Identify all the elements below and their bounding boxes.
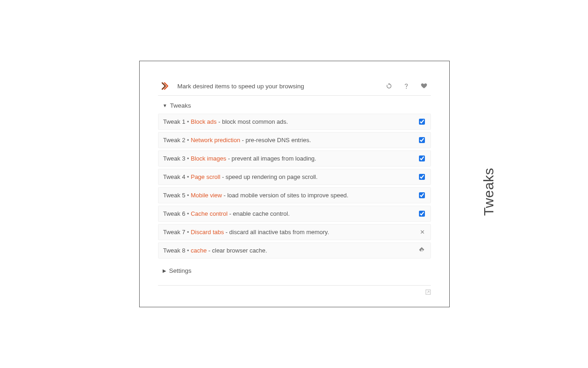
refresh-icon[interactable]: [386, 83, 392, 89]
tweak-row: Tweak 2 • Network prediction - pre-resol…: [158, 132, 431, 148]
tweak-prefix: Tweak 2: [163, 137, 185, 144]
help-icon[interactable]: [403, 83, 410, 89]
tweak-prefix: Tweak 5: [163, 192, 185, 199]
close-icon[interactable]: ✕: [420, 229, 425, 235]
disclosure-down-icon: ▼: [163, 103, 167, 108]
tweak-name: Network prediction: [191, 137, 240, 144]
tweak-desc: prevent all images from loading.: [232, 155, 316, 162]
tweak-desc: pre-resolve DNS entries.: [245, 137, 311, 144]
footer-row: [158, 285, 431, 296]
tweak-row: Tweak 3 • Block images - prevent all ima…: [158, 150, 431, 167]
tweak-checkbox[interactable]: [419, 192, 425, 198]
tweaks-list: Tweak 1 • Block ads - block most common …: [158, 114, 431, 259]
svg-point-0: [406, 88, 407, 89]
tweak-row: Tweak 5 • Mobile view - load mobile vers…: [158, 187, 431, 203]
tweak-desc: clear browser cache.: [212, 247, 267, 254]
tweak-prefix: Tweak 4: [163, 173, 185, 180]
eraser-icon[interactable]: [419, 247, 425, 254]
tweaks-section-header[interactable]: ▼ Tweaks: [158, 96, 431, 114]
tweak-checkbox[interactable]: [419, 137, 425, 143]
tweak-name: Discard tabs: [191, 229, 224, 236]
tweak-desc: discard all inactive tabs from memory.: [229, 229, 329, 236]
tweak-desc: block most common ads.: [222, 118, 288, 125]
tweak-row: Tweak 4 • Page scroll - speed up renderi…: [158, 169, 431, 185]
expand-window-icon[interactable]: [425, 289, 431, 296]
tweak-desc: speed up rendering on page scroll.: [226, 173, 317, 180]
app-logo-icon: [162, 82, 171, 90]
tweak-row: Tweak 7 • Discard tabs - discard all ina…: [158, 224, 431, 240]
tweak-prefix: Tweak 3: [163, 155, 185, 162]
header-subtitle: Mark desired items to speed up your brow…: [177, 83, 386, 90]
side-title: Tweaks: [481, 168, 497, 216]
extension-popup-panel: Mark desired items to speed up your brow…: [139, 61, 450, 307]
tweak-prefix: Tweak 1: [163, 118, 185, 125]
tweak-row: Tweak 1 • Block ads - block most common …: [158, 114, 431, 130]
tweak-prefix: Tweak 6: [163, 210, 185, 217]
tweak-checkbox[interactable]: [419, 174, 425, 180]
tweak-prefix: Tweak 7: [163, 229, 185, 236]
heart-icon[interactable]: [421, 83, 427, 89]
settings-section-label: Settings: [169, 267, 192, 274]
tweak-row: Tweak 8 • cache - clear browser cache.: [158, 242, 431, 259]
tweak-checkbox[interactable]: [419, 211, 425, 217]
tweak-name: Mobile view: [191, 192, 222, 199]
header-row: Mark desired items to speed up your brow…: [158, 80, 431, 96]
tweak-desc: load mobile version of sites to improve …: [227, 192, 349, 199]
tweak-name: cache: [191, 247, 207, 254]
tweak-checkbox[interactable]: [419, 119, 425, 125]
tweak-name: Block images: [191, 155, 226, 162]
tweak-prefix: Tweak 8: [163, 247, 185, 254]
disclosure-right-icon: ▶: [163, 268, 166, 273]
settings-section-header[interactable]: ▶ Settings: [158, 261, 431, 279]
tweak-name: Page scroll: [191, 173, 220, 180]
tweak-checkbox[interactable]: [419, 155, 425, 161]
tweak-row: Tweak 6 • Cache control - enable cache c…: [158, 206, 431, 222]
tweak-desc: enable cache control.: [233, 210, 290, 217]
tweaks-section-label: Tweaks: [170, 102, 191, 109]
tweak-name: Block ads: [191, 118, 216, 125]
tweak-name: Cache control: [191, 210, 227, 217]
